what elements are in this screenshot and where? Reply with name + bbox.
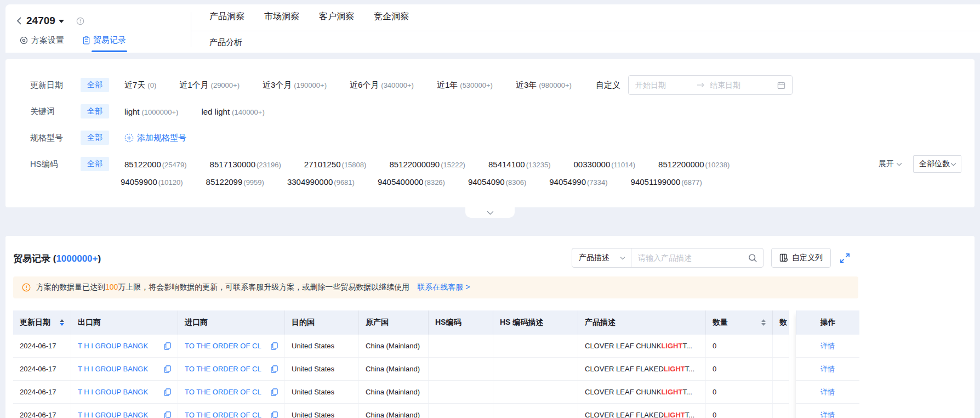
warning-number: 100 xyxy=(105,283,118,291)
exporter-link[interactable]: T H I GROUP BANGK xyxy=(78,411,148,418)
sort-desc-icon[interactable] xyxy=(761,323,766,326)
sort-desc-icon[interactable] xyxy=(60,323,64,326)
hs-code-option[interactable]: 94051199000(6877) xyxy=(631,177,702,187)
add-spec-button[interactable]: 添加规格型号 xyxy=(124,133,186,143)
exporter-link[interactable]: T H I GROUP BANGK xyxy=(78,365,148,373)
col-header-update-date[interactable]: 更新日期 xyxy=(13,310,71,335)
exporter-link[interactable]: T H I GROUP BANGK xyxy=(78,342,148,350)
all-chip[interactable]: 全部 xyxy=(81,78,109,92)
nav-product-insight[interactable]: 产品洞察 xyxy=(209,11,244,22)
col-label: HS 编码描述 xyxy=(500,318,543,327)
tab-plan-settings[interactable]: 方案设置 xyxy=(20,35,64,46)
all-chip[interactable]: 全部 xyxy=(81,131,109,145)
date-range-picker[interactable] xyxy=(628,75,793,95)
plan-id[interactable]: 24709 xyxy=(26,15,55,27)
hs-count: (8326) xyxy=(424,178,445,187)
hs-code-option[interactable]: 85122000090(15222) xyxy=(389,160,465,169)
cell-hs-desc xyxy=(493,404,578,418)
hs-code-option[interactable]: 9405400000(8326) xyxy=(378,177,445,187)
nav-competitor-insight[interactable]: 竞企洞察 xyxy=(374,11,409,22)
all-chip[interactable]: 全部 xyxy=(81,157,109,171)
collapse-filters-tab[interactable] xyxy=(465,207,515,218)
hs-count: (8306) xyxy=(506,178,527,187)
importer-link[interactable]: TO THE ORDER OF CL xyxy=(185,365,261,373)
info-icon[interactable] xyxy=(76,17,84,25)
search-icon[interactable] xyxy=(748,253,757,263)
end-date-input[interactable] xyxy=(710,81,767,89)
importer-link[interactable]: TO THE ORDER OF CL xyxy=(185,388,261,396)
detail-link[interactable]: 详情 xyxy=(796,335,859,358)
copy-icon[interactable] xyxy=(164,411,171,418)
copy-icon[interactable] xyxy=(271,365,278,373)
cell-hs-code xyxy=(429,358,493,380)
search-input[interactable] xyxy=(638,253,748,262)
fullscreen-button[interactable] xyxy=(839,252,851,264)
option-label: 近6个月 xyxy=(350,80,379,91)
hs-code-option[interactable]: 94054990(7334) xyxy=(549,177,607,187)
hs-code-option[interactable]: 27101250(15808) xyxy=(304,160,367,169)
hs-count: (15222) xyxy=(441,161,465,169)
copy-icon[interactable] xyxy=(164,342,171,350)
hs-code-option[interactable]: 85122000(25479) xyxy=(124,160,187,169)
col-header-quantity[interactable]: 数量 xyxy=(706,310,773,335)
copy-icon[interactable] xyxy=(164,388,171,396)
date-option[interactable]: 近1年(530000+) xyxy=(437,80,493,91)
cell-hs-code xyxy=(429,381,493,403)
importer-link[interactable]: TO THE ORDER OF CL xyxy=(185,411,261,418)
expand-toggle[interactable]: 展开 xyxy=(879,159,902,169)
col-label: 进口商 xyxy=(185,318,208,327)
cell-exporter: T H I GROUP BANGK xyxy=(71,335,178,357)
option-label: 近3年 xyxy=(516,80,537,91)
hs-code: 3304990000 xyxy=(287,177,333,187)
tab-trade-records[interactable]: 贸易记录 xyxy=(83,35,126,46)
add-spec-label: 添加规格型号 xyxy=(137,133,186,143)
sort-asc-icon[interactable] xyxy=(761,319,766,322)
sort-asc-icon[interactable] xyxy=(60,319,64,322)
copy-icon[interactable] xyxy=(271,342,278,350)
sort-control[interactable] xyxy=(60,319,64,326)
date-option[interactable]: 近3年(980000+) xyxy=(516,80,572,91)
copy-icon[interactable] xyxy=(164,365,171,373)
cell-importer: TO THE ORDER OF CL xyxy=(178,404,285,418)
date-option[interactable]: 近7天(0) xyxy=(124,80,156,91)
nav-customer-insight[interactable]: 客户洞察 xyxy=(319,11,354,22)
exporter-link[interactable]: T H I GROUP BANGK xyxy=(78,388,148,396)
importer-link[interactable]: TO THE ORDER OF CL xyxy=(185,342,261,350)
subnav-product-analysis[interactable]: 产品分析 xyxy=(209,37,242,47)
hs-code-option[interactable]: 8517130000(23196) xyxy=(210,160,281,169)
contact-support-link[interactable]: 联系在线客服 > xyxy=(417,283,470,292)
hs-code-option[interactable]: 94054090(8306) xyxy=(468,177,526,187)
keyword-option[interactable]: light(1000000+) xyxy=(124,107,178,116)
copy-icon[interactable] xyxy=(271,411,278,418)
start-date-input[interactable] xyxy=(635,81,692,89)
hs-code-option[interactable]: 00330000(11014) xyxy=(574,160,636,169)
back-button[interactable] xyxy=(13,14,24,27)
hs-code-option[interactable]: 85414100(13235) xyxy=(488,160,551,169)
all-chip[interactable]: 全部 xyxy=(81,104,109,118)
product-text: T... xyxy=(682,342,692,350)
detail-link[interactable]: 详情 xyxy=(796,404,859,418)
hs-code: 8512200000 xyxy=(658,160,704,169)
product-highlight: LIGHT xyxy=(661,342,682,350)
detail-link[interactable]: 详情 xyxy=(796,358,859,381)
custom-date-label[interactable]: 自定义 xyxy=(596,80,620,91)
caret-down-icon[interactable] xyxy=(59,20,64,23)
date-option[interactable]: 近3个月(190000+) xyxy=(263,80,327,91)
expand-label: 展开 xyxy=(879,159,894,169)
nav-market-insight[interactable]: 市场洞察 xyxy=(264,11,299,22)
custom-columns-button[interactable]: 自定义列 xyxy=(771,248,831,268)
copy-icon[interactable] xyxy=(271,388,278,396)
hs-code-option[interactable]: 3304990000(9681) xyxy=(287,177,355,187)
search-field-select[interactable]: 产品描述 xyxy=(572,248,631,267)
hs-digits-select[interactable]: 全部位数 xyxy=(913,155,961,173)
header-divider xyxy=(191,12,191,47)
date-option[interactable]: 近1个月(29000+) xyxy=(179,80,240,91)
hs-code-option[interactable]: 85122099(9959) xyxy=(206,177,264,187)
hs-code-option[interactable]: 94059900(10120) xyxy=(121,177,183,187)
date-option[interactable]: 近6个月(340000+) xyxy=(350,80,414,91)
detail-link[interactable]: 详情 xyxy=(796,381,859,404)
hs-code-option[interactable]: 8512200000(10238) xyxy=(658,160,730,169)
records-title-text: 贸易记录 ( xyxy=(13,253,56,264)
sort-control[interactable] xyxy=(761,319,766,326)
keyword-option[interactable]: led light(140000+) xyxy=(201,107,264,116)
